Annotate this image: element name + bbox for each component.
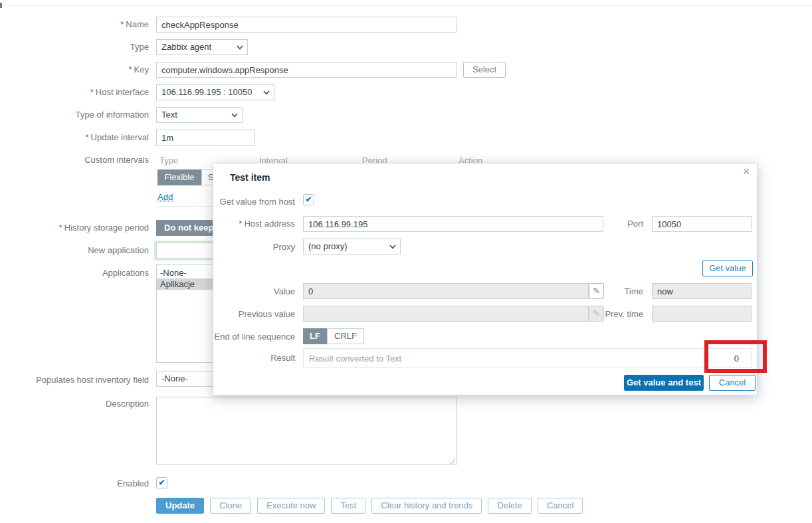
page-top-fragment <box>0 3 2 8</box>
type-select-value: Zabbix agent <box>161 42 211 52</box>
zabbix-item-config-page: *Name Type Zabbix agent *Key Select *Hos… <box>0 0 812 523</box>
required-mark: * <box>239 219 242 229</box>
check-icon: ✔ <box>158 478 165 487</box>
chevron-down-icon <box>231 113 238 118</box>
eol-crlf-toggle[interactable]: CRLF <box>327 328 364 344</box>
get-value-and-test-button[interactable]: Get value and test <box>624 375 704 391</box>
delete-button[interactable]: Delete <box>488 498 532 514</box>
result-placeholder: Result converted to Text <box>309 354 401 364</box>
applications-label: Applications <box>0 268 149 278</box>
custom-intervals-label: Custom intervals <box>0 155 149 165</box>
populates-host-inventory-value: -None- <box>161 373 188 383</box>
previous-value-label: Previous value <box>213 309 295 319</box>
time-input <box>652 283 752 299</box>
required-mark: * <box>59 223 62 233</box>
proxy-select[interactable]: (no proxy) <box>303 239 401 255</box>
get-value-button[interactable]: Get value <box>702 261 753 276</box>
key-label: *Key <box>0 64 149 74</box>
description-textarea[interactable] <box>156 397 457 465</box>
prev-time-input <box>652 306 752 322</box>
execute-now-button[interactable]: Execute now <box>257 498 325 514</box>
enabled-label: Enabled <box>0 478 149 488</box>
custom-interval-flexible-toggle[interactable]: Flexible <box>157 169 201 185</box>
modal-title: Test item <box>230 172 270 183</box>
description-label: Description <box>0 399 149 409</box>
proxy-label: Proxy <box>213 242 295 252</box>
chevron-down-icon <box>263 90 270 95</box>
name-input[interactable] <box>156 17 457 33</box>
host-interface-select[interactable]: 106.116.99.195 : 10050 <box>156 84 274 100</box>
type-label: Type <box>0 42 149 52</box>
port-input[interactable] <box>652 216 752 232</box>
type-of-information-select-value: Text <box>161 110 177 120</box>
previous-value-input <box>303 306 589 322</box>
clear-history-button[interactable]: Clear history and trends <box>371 498 482 514</box>
host-interface-select-value: 106.116.99.195 : 10050 <box>161 87 252 97</box>
chevron-down-icon <box>237 45 243 50</box>
populates-host-inventory-label: Populates host inventory field <box>0 375 149 385</box>
check-icon: ✔ <box>305 195 312 204</box>
custom-intervals-add-link[interactable]: Add <box>157 192 173 202</box>
annotation-highlight-box <box>704 340 767 373</box>
result-label: Result <box>213 353 295 363</box>
type-of-information-select[interactable]: Text <box>156 107 243 123</box>
host-interface-label: *Host interface <box>0 87 149 97</box>
key-select-button[interactable]: Select <box>463 62 506 78</box>
proxy-select-value: (no proxy) <box>308 241 348 251</box>
name-label: *Name <box>0 19 149 29</box>
custom-intervals-col-type: Type <box>159 156 178 165</box>
textarea-resize-grip-icon[interactable] <box>449 457 456 465</box>
key-input[interactable] <box>156 62 457 78</box>
update-interval-input[interactable] <box>156 130 254 146</box>
time-label: Time <box>585 286 643 296</box>
update-interval-label: *Update interval <box>0 132 149 142</box>
required-mark: * <box>120 19 124 29</box>
page-top-divider <box>0 5 812 6</box>
enabled-checkbox[interactable]: ✔ <box>156 477 167 488</box>
form-footer-buttons: Update Clone Execute now Test Clear hist… <box>156 498 583 514</box>
get-value-from-host-checkbox[interactable]: ✔ <box>303 194 314 205</box>
prev-time-label: Prev. time <box>585 309 643 319</box>
type-select[interactable]: Zabbix agent <box>156 39 248 55</box>
port-label: Port <box>585 219 643 229</box>
host-address-input[interactable] <box>303 216 603 232</box>
end-of-line-sequence-label: End of line sequence <box>213 332 295 342</box>
eol-lf-toggle[interactable]: LF <box>303 328 327 344</box>
test-item-modal: Test item × Get value from host ✔ *Host … <box>213 163 758 395</box>
required-mark: * <box>129 64 132 74</box>
update-button[interactable]: Update <box>156 498 204 514</box>
get-value-from-host-label: Get value from host <box>213 197 295 207</box>
cancel-button[interactable]: Cancel <box>538 498 583 514</box>
close-icon[interactable]: × <box>743 165 750 179</box>
history-storage-period-label: *History storage period <box>0 223 149 233</box>
modal-cancel-button[interactable]: Cancel <box>709 375 756 391</box>
value-input <box>303 283 589 299</box>
type-of-information-label: Type of information <box>0 110 149 120</box>
value-label: Value <box>213 286 295 296</box>
clone-button[interactable]: Clone <box>210 498 251 514</box>
required-mark: * <box>90 87 94 97</box>
result-field: Result converted to Text 0 <box>303 348 752 368</box>
host-address-label: *Host address <box>213 219 295 229</box>
required-mark: * <box>85 132 88 142</box>
new-application-label: New application <box>0 245 149 255</box>
chevron-down-icon <box>389 245 396 249</box>
test-button[interactable]: Test <box>331 498 365 514</box>
